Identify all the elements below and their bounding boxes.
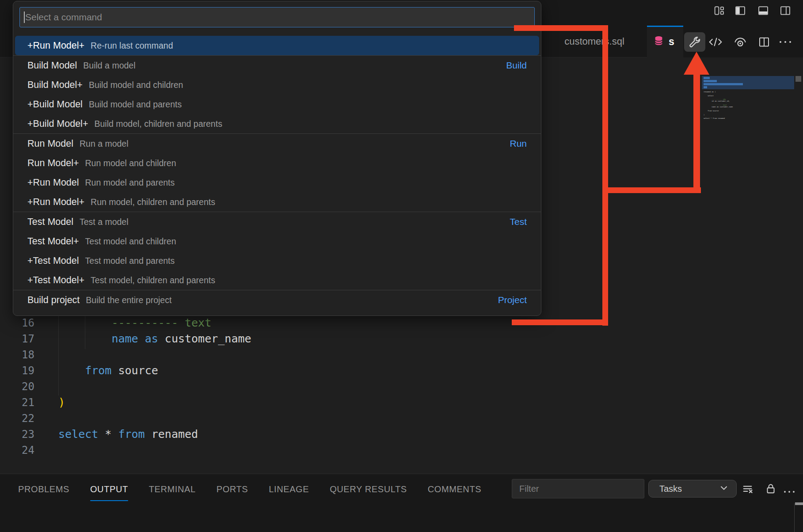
panel-tabs: PROBLEMSOUTPUTTERMINALPORTSLINEAGEQUERY … bbox=[18, 477, 481, 502]
command-item[interactable]: Build Model+Build model and children bbox=[13, 75, 541, 95]
line-number: 23 bbox=[0, 426, 34, 442]
command-label: Build Model+ bbox=[27, 80, 83, 91]
database-icon bbox=[653, 34, 665, 49]
minimap-line: name as customer_name bbox=[704, 106, 733, 108]
minimap-highlight-bar bbox=[704, 86, 707, 88]
wrench-icon[interactable] bbox=[684, 32, 705, 52]
command-description: Build the entire project bbox=[86, 295, 171, 305]
command-item[interactable]: Build ModelBuild a modelBuild bbox=[13, 56, 541, 75]
tab-active-file[interactable]: s bbox=[647, 26, 683, 57]
command-description: Test model and parents bbox=[85, 256, 175, 266]
minimap-highlight bbox=[702, 76, 794, 89]
command-category: Test bbox=[510, 217, 527, 227]
command-description: Run a model bbox=[80, 139, 129, 149]
command-item[interactable]: Build projectBuild the entire projectPro… bbox=[13, 290, 541, 310]
command-item[interactable]: Clean projectRun `dbt clean` bbox=[13, 310, 541, 316]
panel-tab-comments[interactable]: COMMENTS bbox=[428, 477, 481, 502]
line-number: 19 bbox=[0, 363, 34, 379]
command-list: +Run Model+Re-run last commandBuild Mode… bbox=[13, 36, 541, 316]
panel-tab-lineage[interactable]: LINEAGE bbox=[269, 477, 309, 502]
code-editor[interactable]: 16 ---------- text17 name as customer_na… bbox=[0, 315, 251, 458]
command-item[interactable]: Test ModelTest a modelTest bbox=[13, 212, 541, 232]
panel-tab-ports[interactable]: PORTS bbox=[217, 477, 248, 502]
code-line[interactable]: 16 ---------- text bbox=[0, 315, 251, 331]
command-item[interactable]: +Run ModelRun model and parents bbox=[13, 173, 541, 192]
panel-tab-terminal[interactable]: TERMINAL bbox=[149, 477, 196, 502]
lock-icon[interactable] bbox=[764, 482, 777, 495]
tasks-label: Tasks bbox=[659, 484, 682, 494]
toggle-sidebar-left-icon[interactable] bbox=[734, 4, 747, 17]
line-content: ---------- text bbox=[34, 315, 211, 331]
minimap-code: renamed as ( select ---------- ids id as… bbox=[704, 91, 733, 119]
line-number: 24 bbox=[0, 442, 34, 458]
clear-output-icon[interactable] bbox=[742, 483, 755, 496]
code-line[interactable]: 20 bbox=[0, 379, 251, 395]
command-category: Build bbox=[506, 60, 527, 71]
code-icon[interactable] bbox=[708, 34, 723, 49]
editor-scrollbar-thumb[interactable] bbox=[795, 76, 801, 82]
code-line[interactable]: 21) bbox=[0, 395, 251, 410]
split-editor-icon[interactable] bbox=[757, 34, 772, 49]
panel-right-divider bbox=[794, 503, 795, 532]
command-item[interactable]: Run Model+Run model and children bbox=[13, 153, 541, 173]
annotation-arrowhead bbox=[684, 52, 709, 75]
command-label: +Run Model+ bbox=[27, 40, 84, 51]
command-item[interactable]: +Build ModelBuild model and parents bbox=[13, 95, 541, 114]
code-line[interactable]: 18 bbox=[0, 347, 251, 363]
command-input-wrap bbox=[19, 7, 535, 27]
command-description: Run model, children and parents bbox=[91, 197, 215, 207]
line-content: from source bbox=[34, 363, 158, 379]
command-item[interactable]: +Test Model+Test model, children and par… bbox=[13, 270, 541, 290]
line-content bbox=[34, 347, 58, 363]
command-description: Build a model bbox=[83, 61, 135, 71]
annotation-line-top bbox=[514, 25, 608, 31]
line-content: select * from renamed bbox=[34, 426, 198, 442]
text-caret bbox=[24, 11, 25, 23]
command-label: +Test Model+ bbox=[27, 275, 84, 286]
command-description: Build model and children bbox=[89, 80, 183, 90]
line-content bbox=[34, 442, 58, 458]
panel-tab-output[interactable]: OUTPUT bbox=[90, 477, 128, 502]
more-actions-icon[interactable] bbox=[778, 34, 793, 49]
line-content: name as customer_name bbox=[34, 331, 251, 347]
panel-tab-query-results[interactable]: QUERY RESULTS bbox=[330, 477, 407, 502]
command-item[interactable]: Test Model+Test model and children bbox=[13, 232, 541, 251]
command-item[interactable]: +Run Model+Run model, children and paren… bbox=[13, 192, 541, 212]
command-item[interactable]: Run ModelRun a modelRun bbox=[13, 134, 541, 153]
minimap[interactable]: renamed as ( select ---------- ids id as… bbox=[702, 76, 794, 119]
command-item[interactable]: +Run Model+Re-run last command bbox=[15, 36, 539, 55]
command-item[interactable]: +Build Model+Build model, children and p… bbox=[13, 114, 541, 133]
code-line[interactable]: 22 bbox=[0, 410, 251, 426]
filter-input[interactable] bbox=[512, 479, 644, 498]
command-label: +Build Model+ bbox=[27, 118, 88, 129]
command-item[interactable]: +Test ModelTest model and parents bbox=[13, 251, 541, 270]
line-number: 18 bbox=[0, 347, 34, 363]
line-content: ) bbox=[34, 395, 65, 410]
tasks-dropdown[interactable]: Tasks bbox=[648, 480, 737, 498]
code-line[interactable]: 17 name as customer_name bbox=[0, 331, 251, 347]
panel-tab-problems[interactable]: PROBLEMS bbox=[18, 477, 69, 502]
line-number: 22 bbox=[0, 410, 34, 426]
command-label: Clean project bbox=[27, 314, 84, 316]
command-description: Re-run last command bbox=[91, 41, 173, 51]
panel-scrollbar-thumb[interactable] bbox=[795, 502, 803, 505]
command-description: Test model and children bbox=[85, 236, 176, 247]
preview-eye-icon[interactable] bbox=[733, 34, 748, 49]
line-number: 20 bbox=[0, 379, 34, 395]
command-description: Build model, children and parents bbox=[94, 119, 222, 129]
code-line[interactable]: 19 from source bbox=[0, 363, 251, 379]
code-line[interactable]: 24 bbox=[0, 442, 251, 458]
command-category: Project bbox=[498, 295, 527, 305]
command-label: +Test Model bbox=[27, 255, 79, 266]
line-number: 16 bbox=[0, 315, 34, 331]
customize-layout-icon[interactable] bbox=[712, 4, 726, 17]
command-input[interactable] bbox=[20, 8, 534, 27]
toggle-panel-icon[interactable] bbox=[757, 4, 770, 17]
bottom-panel: PROBLEMSOUTPUTTERMINALPORTSLINEAGEQUERY … bbox=[0, 474, 803, 532]
more-icon[interactable] bbox=[783, 487, 796, 501]
code-line[interactable]: 23select * from renamed bbox=[0, 426, 251, 442]
command-label: Test Model+ bbox=[27, 236, 79, 247]
vscode-window: customers.sql s bbox=[0, 0, 803, 532]
line-number: 21 bbox=[0, 395, 34, 410]
toggle-sidebar-right-icon[interactable] bbox=[779, 4, 792, 17]
